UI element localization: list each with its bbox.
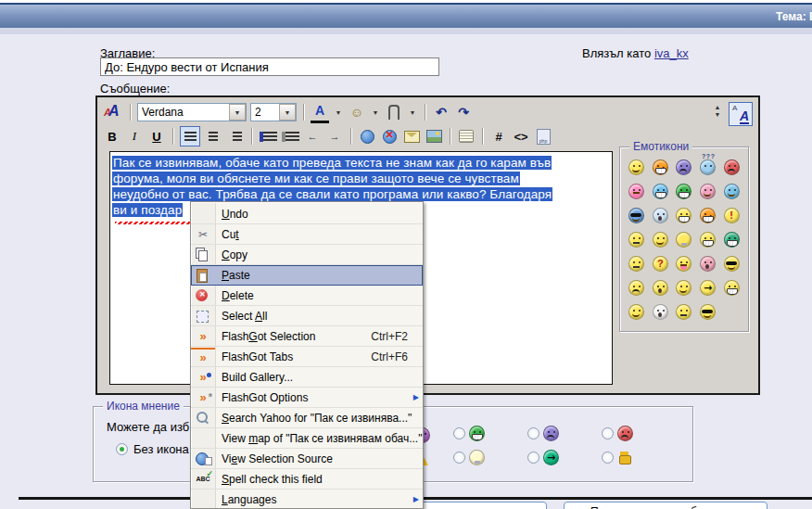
- emoticon-bulb[interactable]: [676, 232, 691, 248]
- emoticon-laugh[interactable]: [653, 184, 668, 199]
- emoticon-tongue[interactable]: [628, 184, 644, 199]
- subject-input[interactable]: [100, 57, 439, 76]
- emoticon-tongue[interactable]: [676, 256, 691, 272]
- insert-email-icon[interactable]: [402, 127, 421, 146]
- resize-spinner[interactable]: ▲ ▼: [712, 105, 723, 118]
- emoticon-frown[interactable]: [676, 159, 691, 175]
- align-left-icon[interactable]: [180, 126, 200, 146]
- outdent-icon[interactable]: ←: [303, 127, 322, 146]
- emoticon-flat[interactable]: [676, 304, 691, 320]
- emoticon-smile[interactable]: [653, 232, 668, 248]
- bbcode-toggle-icon[interactable]: AA: [103, 103, 123, 121]
- post-icon-option[interactable]: [602, 450, 633, 465]
- indent-icon[interactable]: →: [325, 127, 344, 146]
- chevron-down-icon[interactable]: ▼: [333, 104, 344, 121]
- emoticon-flat[interactable]: [628, 232, 644, 248]
- bold-icon[interactable]: B: [103, 127, 121, 146]
- menu-item-flashgot-tabs[interactable]: »FlashGot TabsCtrl+F6: [191, 347, 423, 367]
- menu-item-select-all[interactable]: Select All: [191, 306, 423, 326]
- emoticon-wink[interactable]: [724, 184, 740, 199]
- emoticon-frown[interactable]: [724, 159, 740, 175]
- emoticon-excl[interactable]: [724, 208, 740, 223]
- emoticon-shades[interactable]: [724, 256, 740, 272]
- menu-item-build-gallery[interactable]: »Build Gallery...: [191, 367, 423, 388]
- code-icon[interactable]: <>: [512, 127, 530, 146]
- menu-item-delete[interactable]: Delete: [191, 286, 423, 306]
- menu-item-languages[interactable]: Languages▶: [191, 490, 423, 509]
- emoticon-frown[interactable]: [617, 426, 633, 441]
- quote-icon[interactable]: [457, 127, 476, 146]
- menu-item-paste[interactable]: Paste: [191, 265, 423, 286]
- post-icon-radio[interactable]: [602, 452, 614, 464]
- emoticon-grin[interactable]: [724, 280, 740, 296]
- chevron-down-icon[interactable]: ▼: [407, 104, 418, 121]
- emoticon-shock[interactable]: [700, 256, 716, 272]
- post-icon-radio[interactable]: [602, 427, 614, 439]
- post-icon-option[interactable]: [527, 426, 559, 441]
- editor-mode-toggle[interactable]: AA: [729, 102, 753, 126]
- font-color-icon[interactable]: A: [311, 102, 329, 123]
- align-center-icon[interactable]: [204, 127, 222, 146]
- emoticon-grin[interactable]: [724, 232, 740, 248]
- emoticon-quest[interactable]: [653, 256, 668, 272]
- menu-item-copy[interactable]: Copy: [191, 245, 423, 265]
- emoticon-grin[interactable]: [700, 232, 716, 248]
- emoticon-laugh[interactable]: [676, 208, 691, 223]
- username-link[interactable]: iva_kx: [654, 46, 689, 60]
- emoticon-frown[interactable]: [628, 280, 644, 296]
- post-icon-option[interactable]: [527, 450, 559, 465]
- emoticon-thumb[interactable]: [617, 450, 633, 465]
- italic-icon[interactable]: I: [125, 127, 144, 146]
- chevron-down-icon[interactable]: ▼: [229, 104, 246, 121]
- post-icon-radio[interactable]: [527, 427, 539, 439]
- post-icon-radio[interactable]: [453, 452, 465, 464]
- chevron-down-icon[interactable]: ▼: [370, 104, 381, 121]
- menu-item-view-selection-source[interactable]: View Selection Source: [191, 449, 423, 469]
- emoticon-menu-icon[interactable]: ☺: [348, 103, 366, 121]
- insert-link-icon[interactable]: [358, 127, 376, 146]
- emoticon-frown[interactable]: [543, 426, 559, 441]
- insert-image-icon[interactable]: [425, 127, 443, 146]
- attach-icon[interactable]: [385, 103, 403, 121]
- spin-down-icon[interactable]: ▼: [715, 112, 721, 118]
- emoticon-grin[interactable]: [469, 426, 485, 441]
- emoticon-shades[interactable]: [700, 304, 716, 320]
- ordered-list-icon[interactable]: [259, 127, 277, 146]
- emoticon-shock[interactable]: [653, 280, 668, 296]
- font-size-select[interactable]: 2▼: [250, 103, 297, 121]
- emoticon-smile[interactable]: [700, 184, 716, 199]
- menu-item-undo[interactable]: Undo: [191, 204, 423, 224]
- menu-item-spell-check-this-field[interactable]: ABCSpell check this field: [191, 469, 423, 490]
- emoticon-flat[interactable]: [628, 256, 644, 272]
- emoticon-shock[interactable]: [653, 208, 668, 223]
- menu-item-cut[interactable]: ✂Cut: [191, 224, 423, 245]
- emoticon-huh[interactable]: ???: [700, 159, 716, 175]
- font-family-select[interactable]: Verdana▼: [137, 103, 247, 121]
- post-icon-radio[interactable]: [453, 427, 465, 439]
- emoticon-bulb[interactable]: [469, 450, 485, 465]
- menu-item-flashgot-selection[interactable]: »FlashGot SelectionCtrl+F2: [191, 326, 423, 347]
- post-icon-option[interactable]: [602, 426, 633, 441]
- menu-item-flashgot-options[interactable]: »FlashGot Options▶: [191, 388, 423, 408]
- hash-icon[interactable]: #: [489, 127, 508, 146]
- no-icon-radio[interactable]: [116, 443, 128, 455]
- php-icon[interactable]: php: [534, 127, 552, 146]
- preview-button[interactable]: П б: [564, 502, 768, 509]
- post-icon-radio[interactable]: [527, 452, 539, 464]
- emoticon-evil[interactable]: [653, 159, 668, 175]
- emoticon-smile[interactable]: [628, 159, 644, 175]
- post-icon-option[interactable]: [453, 450, 485, 465]
- post-icon-option[interactable]: [453, 426, 485, 441]
- emoticon-arrow[interactable]: [543, 450, 559, 465]
- align-right-icon[interactable]: [226, 127, 245, 146]
- emoticon-shades[interactable]: [628, 208, 644, 223]
- chevron-down-icon[interactable]: ▼: [279, 104, 296, 121]
- underline-icon[interactable]: U: [147, 127, 166, 146]
- menu-item-search-yahoo-for[interactable]: Search Yahoo for "Пак се извинява...": [191, 408, 423, 428]
- redo-icon[interactable]: ↷: [454, 103, 473, 121]
- spin-up-icon[interactable]: ▲: [715, 105, 721, 110]
- emoticon-shock[interactable]: [653, 304, 668, 320]
- emoticon-smile[interactable]: [628, 304, 644, 320]
- emoticon-evil[interactable]: [700, 208, 716, 223]
- emoticon-arrow[interactable]: [700, 280, 716, 296]
